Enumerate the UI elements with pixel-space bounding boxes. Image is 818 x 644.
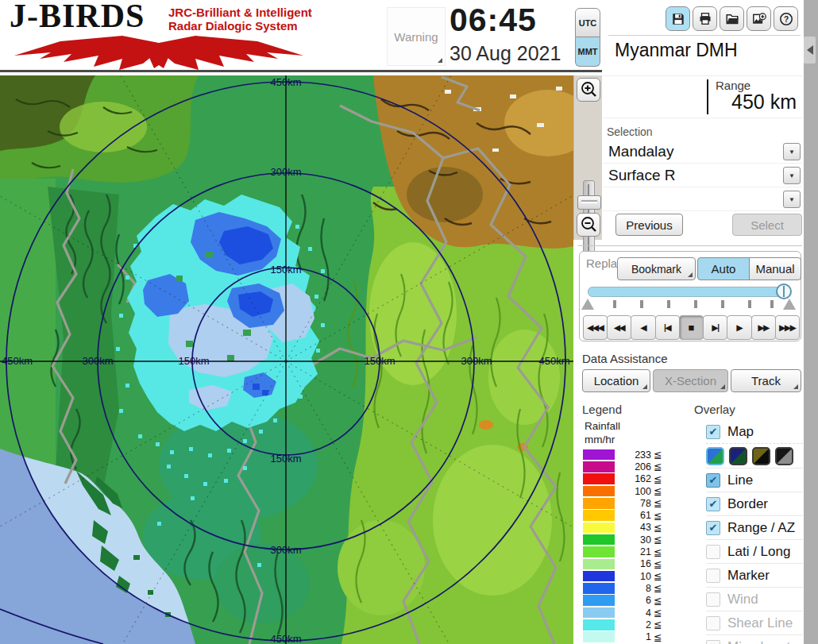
overlay-section-label: Overlay	[694, 403, 735, 416]
style-gray-terrain-button[interactable]	[775, 447, 793, 465]
option-dropdown-arrow[interactable]: ▼	[783, 191, 801, 208]
style-olive-terrain-button[interactable]	[752, 447, 770, 465]
overlay-row-lati-long[interactable]: Lati / Long	[706, 539, 803, 563]
timezone-utc-button[interactable]: UTC	[575, 8, 600, 37]
save-button[interactable]	[666, 6, 690, 31]
legend-operator: ≦	[654, 595, 662, 607]
rainfall-legend: 233≦206≦162≦100≦78≦61≦43≦30≦21≦16≦10≦8≦6…	[583, 449, 662, 643]
fast-rewind-button[interactable]: ◀◀◀	[583, 315, 608, 340]
legend-value: 16	[615, 558, 651, 569]
overlay-checkbox-border[interactable]: ✔	[706, 497, 720, 511]
product-dropdown[interactable]: Surface R ▼	[604, 164, 802, 187]
overlay-row-shear-line[interactable]: Shear Line	[706, 611, 803, 634]
jbirds-app: { "logo": {"title": "J-BIRDS", "subtitle…	[0, 0, 818, 644]
timezone-mmt-button[interactable]: MMT	[575, 37, 600, 67]
overlay-checkbox-wind[interactable]	[706, 592, 720, 607]
app-logo: J-BIRDS	[10, 0, 145, 35]
fast-forward-button[interactable]: ▶▶	[751, 315, 776, 340]
print-icon	[698, 12, 712, 26]
overlay-checkbox-shear-line[interactable]	[706, 616, 720, 631]
legend-operator: ≦	[654, 473, 662, 485]
legend-value: 78	[615, 498, 651, 509]
overlay-item-label: Map	[727, 424, 754, 440]
overlay-row-microburst[interactable]: Microburst	[706, 634, 803, 644]
legend-operator: ≦	[654, 631, 662, 643]
stop-button[interactable]: ■	[679, 315, 704, 340]
rewind-button[interactable]: ◀◀	[607, 315, 631, 340]
legend-row: 162≦	[583, 473, 662, 485]
timezone-toggle: UTCMMT	[575, 8, 600, 67]
legend-value: 8	[615, 583, 651, 594]
x-section-button[interactable]: X-Section	[653, 369, 728, 392]
overlay-row-range-az[interactable]: ✔Range / AZ	[706, 515, 803, 539]
collapse-panel-handle[interactable]	[804, 37, 816, 64]
help-button[interactable]: ?	[774, 6, 798, 31]
overlay-row-line[interactable]: ✔Line	[706, 468, 803, 492]
replay-tick	[721, 300, 724, 308]
play-button[interactable]: ▶	[727, 315, 751, 340]
print-button[interactable]	[693, 6, 717, 31]
fastest-forward-button[interactable]: ▶▶▶	[775, 315, 800, 340]
site-dropdown[interactable]: Mandalay ▼	[604, 141, 802, 164]
overlay-checkbox-map[interactable]: ✔	[706, 425, 720, 439]
auto-mode-button[interactable]: Auto	[697, 257, 750, 280]
overlay-item-label: Line	[727, 472, 753, 488]
step-forward-button[interactable]: ▶|	[703, 315, 727, 340]
legend-row: 21≦	[583, 546, 662, 557]
legend-row: 61≦	[583, 509, 662, 521]
location-button[interactable]: Location	[582, 369, 650, 392]
legend-row: 30≦	[583, 534, 662, 546]
site-dropdown-arrow[interactable]: ▼	[783, 143, 801, 160]
overlay-checkbox-microburst[interactable]	[706, 640, 720, 644]
legend-row: 8≦	[583, 582, 662, 594]
legend-unit-line2: mm/hr	[585, 433, 620, 446]
zoom-slider-handle[interactable]	[577, 195, 601, 210]
style-color-terrain-button[interactable]	[706, 447, 724, 465]
overlay-row-map[interactable]: ✔Map	[706, 420, 803, 443]
replay-range-start-marker[interactable]	[581, 299, 594, 310]
top-right-panel: ? Myanmar DMH	[602, 0, 804, 72]
overlay-checkbox-line[interactable]: ✔	[706, 473, 720, 488]
previous-button[interactable]: Previous	[615, 214, 683, 236]
overlay-checkbox-marker[interactable]	[706, 569, 720, 583]
warning-button[interactable]: Warning	[387, 7, 446, 66]
overlay-row-wind[interactable]: Wind	[706, 587, 803, 611]
overlay-checkbox-range-az[interactable]: ✔	[706, 521, 720, 535]
legend-operator: ≦	[654, 619, 662, 631]
step-back-button[interactable]: |◀	[655, 315, 680, 340]
bookmark-button[interactable]: Bookmark	[617, 257, 696, 280]
replay-tick	[770, 300, 774, 308]
clock-time: 06:45	[450, 2, 537, 39]
legend-color-swatch	[583, 461, 615, 472]
legend-color-swatch	[583, 571, 615, 582]
open-folder-icon	[725, 12, 739, 26]
zoom-out-button[interactable]	[577, 213, 600, 237]
overlay-item-label: Wind	[727, 592, 758, 607]
radar-map[interactable]: 450km 300km 150km 150km 300km 450km 450k…	[0, 75, 573, 644]
replay-range-end-marker[interactable]	[783, 299, 796, 310]
overlay-checkbox-lati-long[interactable]	[706, 545, 720, 559]
overlay-item-label: Lati / Long	[727, 544, 790, 560]
replay-slider-handle[interactable]	[776, 283, 792, 299]
style-dark-terrain-button[interactable]	[729, 447, 747, 465]
overlay-row-marker[interactable]: Marker	[706, 563, 803, 587]
overlay-row-border[interactable]: ✔Border	[706, 492, 803, 515]
legend-color-swatch	[583, 486, 615, 497]
option-dropdown[interactable]: ▼	[604, 188, 802, 211]
legend-operator: ≦	[654, 558, 662, 570]
replay-slider-track[interactable]	[588, 287, 791, 297]
manual-mode-button[interactable]: Manual	[749, 257, 801, 280]
open-folder-button[interactable]	[720, 6, 744, 31]
legend-operator: ≦	[654, 607, 662, 619]
help-icon: ?	[779, 12, 793, 26]
product-dropdown-arrow[interactable]: ▼	[783, 167, 801, 184]
track-button[interactable]: Track	[731, 369, 801, 392]
legend-row: 10≦	[583, 570, 662, 582]
zoom-in-button[interactable]	[577, 78, 600, 102]
add-image-button[interactable]	[747, 6, 771, 31]
select-button[interactable]: Select	[732, 214, 802, 236]
replay-tick	[694, 300, 697, 308]
legend-operator: ≦	[654, 582, 662, 594]
play-reverse-button[interactable]: ◀	[631, 315, 655, 340]
svg-text:?: ?	[783, 14, 788, 23]
